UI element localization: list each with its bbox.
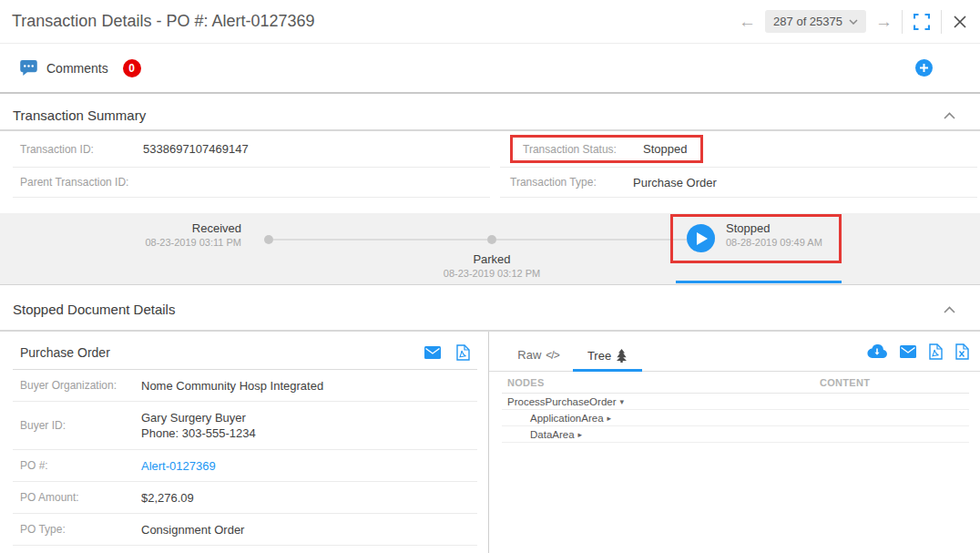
po-type-row: PO Type: Consignment Order	[13, 514, 477, 546]
timeline-parked-label: Parked	[424, 252, 560, 266]
buyer-organization-value: Nome Community Hosp Integrated	[141, 379, 323, 393]
transaction-id-row: Transaction ID: 5338697107469147	[13, 131, 490, 168]
pdf-export-icon[interactable]	[456, 344, 470, 361]
pdf-export-icon[interactable]	[929, 343, 943, 360]
stopped-document-details-header: Stopped Document Details	[0, 285, 980, 332]
transaction-type-value: Purchase Order	[633, 176, 717, 189]
transaction-summary-header: Transaction Summary	[0, 94, 980, 131]
next-record-arrow-icon[interactable]: →	[875, 13, 893, 30]
buyer-id-value: Gary Surgery Buyer	[141, 410, 256, 425]
buyer-organization-row: Buyer Organization: Nome Community Hosp …	[13, 370, 477, 402]
tree-node-label: ApplicationArea	[530, 413, 604, 424]
divider	[902, 10, 903, 34]
tab-tree[interactable]: Tree	[573, 349, 642, 372]
timeline-parked-dot	[487, 235, 496, 244]
po-amount-value: $2,276.09	[141, 491, 194, 505]
timeline-stopped-highlight-box	[670, 214, 842, 263]
comments-count-badge: 0	[123, 59, 141, 77]
po-number-row: PO #: Alert-0127369	[13, 450, 477, 482]
timeline-connector	[496, 239, 687, 241]
viewer-tab-bar: Raw </> Tree	[489, 332, 980, 372]
buyer-phone-value: Phone: 303-555-1234	[141, 425, 256, 441]
tree-node-applicationarea[interactable]: ApplicationArea ▸	[502, 410, 969, 426]
record-pager-value: 287 of 25375	[773, 15, 842, 28]
po-number-link[interactable]: Alert-0127369	[141, 459, 216, 473]
transaction-type-label: Transaction Type:	[510, 176, 633, 189]
caret-right-icon: ▸	[578, 430, 583, 439]
tree-node-label: DataArea	[530, 429, 575, 440]
stopped-document-details-title: Stopped Document Details	[13, 302, 175, 317]
tab-raw-label: Raw	[517, 348, 541, 362]
tree-icon	[616, 349, 628, 363]
cloud-download-icon[interactable]	[867, 344, 887, 359]
viewer-column-headers: NODES CONTENT	[502, 372, 969, 394]
timeline-received-label: Received	[145, 221, 241, 235]
order-status-row: Order Status: Stopped	[13, 546, 477, 553]
record-pager-dropdown[interactable]: 287 of 25375	[765, 10, 866, 33]
tab-raw[interactable]: Raw </>	[504, 348, 573, 371]
close-icon[interactable]	[951, 13, 969, 31]
po-type-label: PO Type:	[20, 523, 141, 536]
transaction-id-value: 5338697107469147	[143, 142, 249, 156]
transaction-status-highlight-box: Transaction Status: Stopped	[510, 135, 703, 163]
timeline-received-dot	[264, 235, 273, 244]
timeline-step-received: Received 08-23-2019 03:11 PM	[145, 221, 241, 248]
collapse-summary-chevron-up-icon[interactable]	[941, 104, 958, 126]
po-amount-label: PO Amount:	[20, 491, 141, 504]
tree-node-label: ProcessPurchaseOrder	[507, 396, 617, 407]
po-type-value: Consignment Order	[141, 523, 244, 537]
transaction-summary-grid: Transaction ID: 5338697107469147 Parent …	[0, 131, 980, 198]
transaction-id-label: Transaction ID:	[20, 143, 143, 156]
po-amount-row: PO Amount: $2,276.09	[13, 482, 477, 514]
fullscreen-icon[interactable]	[912, 12, 932, 32]
nodes-column-header: NODES	[502, 377, 820, 388]
timeline-received-date: 08-23-2019 03:11 PM	[145, 237, 241, 248]
timeline-step-parked: Parked 08-23-2019 03:12 PM	[424, 252, 560, 279]
buyer-organization-label: Buyer Organization:	[20, 379, 141, 392]
comments-label: Comments	[46, 61, 108, 76]
purchase-order-panel-header: Purchase Order	[13, 332, 477, 370]
timeline-stopped-active-underline	[676, 281, 842, 283]
tab-tree-label: Tree	[587, 349, 611, 363]
transaction-timeline: Received 08-23-2019 03:11 PM Parked 08-2…	[0, 213, 980, 285]
buyer-id-row: Buyer ID: Gary Surgery Buyer Phone: 303-…	[13, 402, 477, 450]
timeline-connector	[273, 239, 487, 241]
collapse-details-chevron-up-icon[interactable]	[941, 298, 958, 320]
transaction-status-value: Stopped	[643, 142, 687, 156]
title-bar: Transaction Details - PO #: Alert-012736…	[0, 0, 980, 44]
parent-transaction-id-row: Parent Transaction ID:	[13, 168, 490, 198]
content-column-header: CONTENT	[820, 377, 870, 388]
code-icon: </>	[546, 349, 558, 362]
document-details-panels: Purchase Order Buyer Organization: Nome …	[0, 332, 980, 553]
email-icon[interactable]	[900, 345, 916, 358]
tree-node-processpurchaseorder[interactable]: ProcessPurchaseOrder ▾	[502, 394, 969, 410]
buyer-id-label: Buyer ID:	[20, 419, 141, 432]
transaction-status-label: Transaction Status:	[523, 143, 643, 156]
purchase-order-title: Purchase Order	[20, 345, 110, 360]
caret-right-icon: ▸	[607, 414, 612, 423]
divider	[941, 10, 942, 34]
timeline-parked-date: 08-23-2019 03:12 PM	[424, 268, 560, 279]
title-bar-controls: ← 287 of 25375 →	[739, 10, 969, 34]
add-comment-button[interactable]	[915, 59, 933, 77]
chevron-down-icon	[849, 19, 858, 25]
comment-bubble-icon	[20, 60, 37, 76]
comments-section-toggle[interactable]: Comments 0	[0, 44, 980, 94]
po-number-label: PO #:	[20, 459, 141, 472]
page-title: Transaction Details - PO #: Alert-012736…	[12, 12, 315, 31]
transaction-type-row: Transaction Type: Purchase Order	[500, 168, 977, 198]
document-viewer-panel: Raw </> Tree NODES CONTENT ProcessPurcha…	[489, 332, 980, 553]
caret-down-icon: ▾	[620, 397, 625, 406]
parent-transaction-id-label: Parent Transaction ID:	[20, 176, 143, 189]
excel-export-icon[interactable]	[955, 343, 969, 360]
previous-record-arrow-icon[interactable]: ←	[739, 13, 756, 30]
purchase-order-panel: Purchase Order Buyer Organization: Nome …	[0, 332, 489, 553]
email-icon[interactable]	[424, 346, 441, 359]
tree-node-dataarea[interactable]: DataArea ▸	[502, 426, 969, 443]
transaction-summary-title: Transaction Summary	[13, 108, 146, 123]
transaction-status-row: Transaction Status: Stopped	[500, 131, 977, 168]
